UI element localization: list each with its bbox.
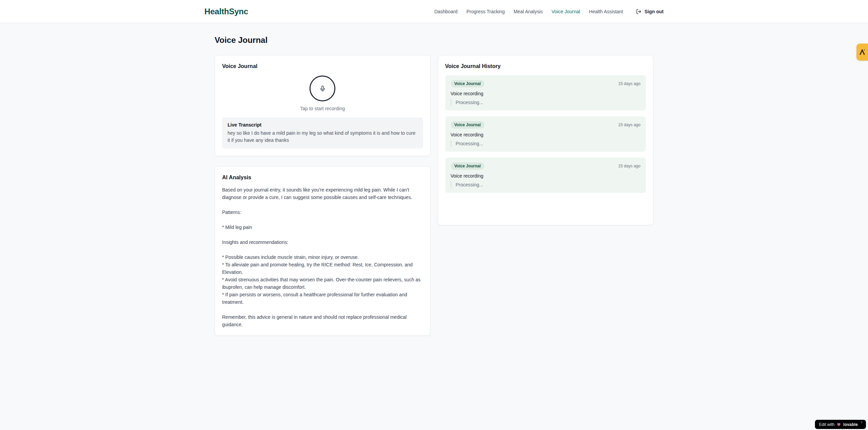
- live-transcript-text: hey so like I do have a mild pain in my …: [228, 130, 418, 144]
- live-transcript-title: Live Transcript: [228, 122, 418, 128]
- left-column: Voice Journal Tap to start recording Liv…: [215, 55, 431, 336]
- recorder-card-title: Voice Journal: [222, 63, 423, 70]
- nav-item-dashboard[interactable]: Dashboard: [434, 9, 458, 14]
- entry-status: Processing...: [451, 140, 641, 147]
- edit-badge-prefix: Edit with: [819, 422, 834, 427]
- history-card-title: Voice Journal History: [445, 63, 646, 70]
- header-container: HealthSync Dashboard Progress Tracking M…: [204, 0, 664, 23]
- page-title: Voice Journal: [215, 35, 653, 45]
- edit-badge-close-icon[interactable]: ×: [861, 420, 863, 424]
- content-grid: Voice Journal Tap to start recording Liv…: [215, 55, 653, 336]
- brand-logo[interactable]: HealthSync: [204, 7, 248, 16]
- entry-type-badge: Voice Journal: [451, 80, 485, 87]
- entry-type-badge: Voice Journal: [451, 162, 485, 170]
- mic-area: Tap to start recording: [222, 70, 423, 111]
- history-entry[interactable]: Voice Journal 15 days ago Voice recordin…: [445, 75, 646, 111]
- ai-analysis-title: AI Analysis: [222, 174, 423, 181]
- heart-gradient-icon: [836, 422, 841, 427]
- entry-label: Voice recording: [451, 132, 641, 137]
- sign-out-icon: [636, 9, 641, 14]
- entry-label: Voice recording: [451, 91, 641, 96]
- main-nav: Dashboard Progress Tracking Meal Analysi…: [434, 9, 664, 14]
- nav-item-progress-tracking[interactable]: Progress Tracking: [466, 9, 505, 14]
- history-entries-list: Voice Journal 15 days ago Voice recordin…: [445, 75, 646, 193]
- entry-status: Processing...: [451, 181, 641, 188]
- entry-header-row: Voice Journal 15 days ago: [451, 80, 641, 87]
- microphone-icon: [319, 85, 326, 92]
- edit-with-lovable-badge[interactable]: Edit with lovable ×: [815, 420, 866, 429]
- entry-header-row: Voice Journal 15 days ago: [451, 121, 641, 129]
- history-entry[interactable]: Voice Journal 15 days ago Voice recordin…: [445, 158, 646, 193]
- accessibility-widget-icon: [859, 49, 866, 55]
- sign-out-button[interactable]: Sign out: [636, 9, 664, 14]
- ai-analysis-text: Based on your journal entry, it sounds l…: [222, 186, 423, 328]
- app-header: HealthSync Dashboard Progress Tracking M…: [0, 0, 868, 23]
- entry-status: Processing...: [451, 99, 641, 106]
- entry-timestamp: 15 days ago: [618, 81, 640, 86]
- entry-type-badge: Voice Journal: [451, 121, 485, 129]
- accessibility-widget-button[interactable]: [856, 44, 868, 61]
- ai-analysis-card: AI Analysis Based on your journal entry,…: [215, 166, 431, 336]
- entry-timestamp: 15 days ago: [618, 122, 640, 127]
- right-column: Voice Journal History Voice Journal 15 d…: [438, 55, 654, 225]
- nav-item-voice-journal[interactable]: Voice Journal: [552, 9, 580, 14]
- entry-timestamp: 15 days ago: [618, 164, 640, 168]
- record-button[interactable]: [310, 76, 335, 101]
- voice-recorder-card: Voice Journal Tap to start recording Liv…: [215, 55, 431, 156]
- entry-label: Voice recording: [451, 173, 641, 179]
- nav-item-meal-analysis[interactable]: Meal Analysis: [514, 9, 543, 14]
- nav-item-health-assistant[interactable]: Health Assistant: [589, 9, 623, 14]
- main-content: Voice Journal Voice Journal Tap to start…: [215, 23, 653, 336]
- record-hint: Tap to start recording: [300, 106, 345, 111]
- sign-out-label: Sign out: [645, 9, 664, 14]
- history-entry[interactable]: Voice Journal 15 days ago Voice recordin…: [445, 116, 646, 152]
- history-card: Voice Journal History Voice Journal 15 d…: [438, 55, 654, 225]
- live-transcript-panel: Live Transcript hey so like I do have a …: [222, 117, 423, 149]
- edit-badge-brand: lovable: [843, 422, 858, 427]
- entry-header-row: Voice Journal 15 days ago: [451, 162, 641, 170]
